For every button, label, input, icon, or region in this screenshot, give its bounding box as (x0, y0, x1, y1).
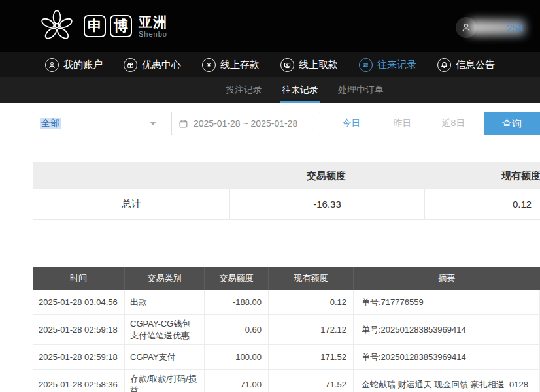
username-suffix: 258 (507, 22, 523, 33)
deposit-icon (202, 58, 216, 72)
cell-time: 2025-01-28 02:59:18 (33, 345, 124, 369)
cell-time: 2025-01-28 03:04:56 (33, 290, 124, 314)
cell-balance: 172.12 (268, 315, 353, 344)
nav-item-label: 线上取款 (299, 59, 338, 71)
cell-amount: 100.00 (204, 345, 268, 369)
date-range-picker[interactable]: 2025-01-28 ~ 2025-01-28 (171, 112, 320, 135)
tab-transaction-records[interactable]: 往来记录 (282, 77, 318, 103)
user-icon (45, 58, 59, 72)
nav-item-deposit[interactable]: 线上存款 (202, 58, 260, 72)
cell-type: 出款 (124, 290, 204, 314)
tab-label: 投注记录 (226, 84, 262, 96)
filter-bar: 全部 2025-01-28 ~ 2025-01-28 今日 昨日 近8日 查询 (33, 112, 540, 135)
summary-header-balance: 现有额度 (424, 162, 540, 189)
cell-type: CGPAY支付 (124, 345, 204, 369)
summary-header-empty (33, 162, 229, 189)
main-nav: 我的账户 优惠中心 线上存款 线上取款 (0, 52, 540, 77)
calendar-icon (178, 119, 188, 129)
chevron-down-icon (150, 122, 156, 125)
nav-item-my-account[interactable]: 我的账户 (45, 58, 103, 72)
cell-balance: 171.52 (268, 345, 353, 369)
nav-item-label: 往来记录 (377, 59, 416, 71)
cell-type: 存款/取款/打码/损益 (124, 370, 204, 392)
records-header-row: 时间 交易类别 交易额度 现有额度 摘要 (33, 267, 540, 290)
cell-amount: -188.00 (204, 290, 268, 314)
summary-total-row: 总计 -16.33 0.12 (33, 189, 540, 220)
brand-char-box: 申 (84, 15, 106, 37)
query-button[interactable]: 查询 (484, 112, 540, 135)
tab-processing-orders[interactable]: 处理中订单 (338, 77, 384, 103)
col-header-time: 时间 (33, 267, 124, 290)
table-row: 2025-01-28 02:59:18 CGPAY支付 100.00 171.5… (33, 345, 539, 370)
nav-item-label: 优惠中心 (142, 59, 181, 71)
nav-item-announcements[interactable]: 信息公告 (437, 58, 495, 72)
nav-item-promotions[interactable]: 优惠中心 (124, 58, 181, 72)
cell-summary: 单号:202501283853969414 (353, 315, 539, 344)
quick-range-group: 今日 昨日 近8日 (326, 112, 479, 135)
nav-item-label: 我的账户 (63, 59, 103, 71)
date-range-value: 2025-01-28 ~ 2025-01-28 (194, 118, 297, 129)
col-header-type: 交易类别 (124, 267, 204, 290)
active-tab-underline (280, 101, 320, 103)
table-row: 2025-01-28 02:59:18 CGPAY-CG钱包支付笔笔送优惠 0.… (33, 315, 539, 345)
records-table: 时间 交易类别 交易额度 现有额度 摘要 2025-01-28 03:04:56… (33, 267, 540, 392)
records-body: 2025-01-28 03:04:56 出款 -188.00 0.12 单号:7… (33, 290, 540, 392)
nav-item-withdraw[interactable]: 线上取款 (280, 58, 338, 72)
cell-time: 2025-01-28 02:58:36 (33, 370, 124, 392)
last-8-days-button[interactable]: 近8日 (428, 112, 479, 135)
user-area[interactable]: 258 (456, 17, 523, 38)
brand-logo[interactable]: 申 博 亚洲 Shenbo (38, 7, 167, 45)
summary-total-balance: 0.12 (424, 189, 540, 219)
col-header-balance: 现有额度 (268, 267, 353, 290)
tab-label: 处理中订单 (338, 84, 384, 96)
summary-total-label: 总计 (33, 189, 229, 219)
nav-item-label: 线上存款 (220, 59, 260, 71)
tab-label: 往来记录 (282, 84, 318, 96)
brand-region: 亚洲 (139, 14, 167, 30)
col-header-summary: 摘要 (353, 267, 540, 290)
today-button[interactable]: 今日 (326, 112, 377, 135)
tab-betting-records[interactable]: 投注记录 (226, 77, 262, 103)
page: 申 博 亚洲 Shenbo 258 (0, 0, 540, 392)
type-select[interactable]: 全部 (33, 112, 163, 135)
cell-type: CGPAY-CG钱包支付笔笔送优惠 (124, 315, 204, 344)
cell-amount: 0.60 (204, 315, 268, 344)
nav-item-label: 信息公告 (456, 59, 495, 71)
withdraw-icon (280, 58, 294, 72)
cell-time: 2025-01-28 02:59:18 (33, 315, 124, 344)
yesterday-button[interactable]: 昨日 (377, 112, 428, 135)
table-row: 2025-01-28 03:04:56 出款 -188.00 0.12 单号:7… (33, 290, 539, 315)
transfer-records-icon (359, 58, 373, 72)
summary-header-amount: 交易额度 (229, 162, 424, 189)
bell-icon (437, 58, 451, 72)
cell-balance: 71.52 (268, 370, 353, 392)
logo-flower-icon (38, 7, 76, 45)
sub-nav: 投注记录 往来记录 处理中订单 (0, 77, 540, 103)
cell-summary: 单号:717776559 (353, 290, 539, 314)
nav-item-transaction-records[interactable]: 往来记录 (359, 58, 416, 72)
summary-total-amount: -16.33 (229, 189, 424, 219)
cell-summary: 金蛇献瑞 财运通天 现金回馈 豪礼相送_0128 (353, 370, 539, 392)
topbar: 申 博 亚洲 Shenbo 258 (0, 0, 540, 52)
table-row: 2025-01-28 02:58:36 存款/取款/打码/损益 71.00 71… (33, 370, 539, 392)
cell-amount: 71.00 (204, 370, 268, 392)
summary-header-row: 交易额度 现有额度 (33, 162, 540, 189)
brand-char-box: 博 (110, 15, 132, 37)
cell-summary: 单号:202501283853969414 (353, 345, 539, 369)
type-select-value: 全部 (40, 118, 61, 129)
brand-subtitle: Shenbo (139, 30, 167, 39)
col-header-amount: 交易额度 (204, 267, 268, 290)
cell-balance: 0.12 (268, 290, 353, 314)
gift-icon (124, 58, 137, 72)
content: 全部 2025-01-28 ~ 2025-01-28 今日 昨日 近8日 查询 … (0, 103, 540, 392)
summary-table: 交易额度 现有额度 总计 -16.33 0.12 (33, 162, 540, 220)
